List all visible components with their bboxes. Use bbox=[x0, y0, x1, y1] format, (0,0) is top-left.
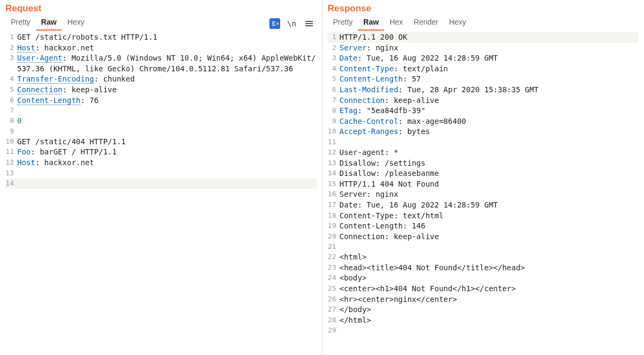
response-panel: Response PrettyRawHexRenderHexy 1HTTP/1.… bbox=[323, 0, 645, 355]
line-content: <hr><center>nginx</center> bbox=[340, 294, 639, 305]
response-tab-pretty[interactable]: Pretty bbox=[328, 16, 358, 31]
request-tab-raw[interactable]: Raw bbox=[36, 16, 62, 31]
line-number: 26 bbox=[328, 294, 340, 304]
line-number: 13 bbox=[5, 168, 17, 178]
response-line: 14Disallow: /pleasebanme bbox=[328, 168, 639, 179]
request-toolbar: \n bbox=[269, 18, 317, 29]
line-number: 8 bbox=[5, 116, 17, 125]
line-content: Cache-Control: max-age=86400 bbox=[340, 116, 639, 127]
request-line: 6Content-Length: 76 bbox=[5, 95, 317, 106]
response-line: 17Date: Tue, 16 Aug 2022 14:28:59 GMT bbox=[328, 200, 639, 211]
line-content: Transfer-Encoding: chunked bbox=[17, 74, 317, 85]
line-number: 17 bbox=[328, 200, 340, 210]
line-number: 10 bbox=[5, 137, 17, 146]
request-line: 2Host: hackxor.net bbox=[5, 43, 317, 54]
line-number: 11 bbox=[5, 147, 17, 157]
request-line: 10GET /static/404 HTTP/1.1 bbox=[5, 137, 317, 147]
response-line: 29 bbox=[328, 326, 639, 336]
response-tabs: PrettyRawHexRenderHexy bbox=[328, 16, 472, 31]
line-content: HTTP/1.1 200 OK bbox=[340, 32, 639, 43]
hamburger-icon[interactable] bbox=[304, 18, 314, 29]
response-title: Response bbox=[328, 2, 639, 15]
response-line: 7Connection: keep-alive bbox=[328, 95, 639, 106]
line-content: Content-Length: 146 bbox=[340, 221, 639, 232]
request-tab-hexy[interactable]: Hexy bbox=[62, 16, 90, 31]
response-line: 16Server: nginx bbox=[328, 189, 639, 200]
line-content: Date: Tue, 16 Aug 2022 14:28:59 GMT bbox=[340, 200, 639, 211]
line-number: 3 bbox=[5, 53, 17, 63]
response-line: 1HTTP/1.1 200 OK bbox=[328, 32, 639, 43]
response-line: 6Last-Modified: Tue, 28 Apr 2020 15:38:3… bbox=[328, 85, 639, 95]
request-line: 9 bbox=[5, 127, 317, 137]
response-line: 3Date: Tue, 16 Aug 2022 14:28:59 GMT bbox=[328, 53, 639, 64]
response-tab-hex[interactable]: Hex bbox=[384, 16, 408, 31]
response-viewer[interactable]: 1HTTP/1.1 200 OK2Server: nginx3Date: Tue… bbox=[328, 32, 639, 336]
line-content: <center><h1>404 Not Found</h1></center> bbox=[340, 284, 639, 294]
line-number: 10 bbox=[328, 127, 340, 136]
response-line: 26<hr><center>nginx</center> bbox=[328, 294, 639, 305]
response-line: 23<head><title>404 Not Found</title></he… bbox=[328, 263, 639, 273]
line-number: 19 bbox=[328, 221, 340, 231]
response-tabs-row: PrettyRawHexRenderHexy bbox=[328, 16, 639, 31]
line-content: </html> bbox=[340, 315, 639, 326]
line-content: HTTP/1.1 404 Not Found bbox=[340, 179, 639, 190]
response-line: 27</body> bbox=[328, 305, 639, 315]
request-line: 14 bbox=[5, 179, 317, 189]
request-tabs-row: PrettyRawHexy \n bbox=[5, 16, 317, 31]
line-number: 12 bbox=[5, 158, 17, 167]
newline-indicator[interactable]: \n bbox=[287, 18, 297, 29]
request-tab-pretty[interactable]: Pretty bbox=[5, 16, 36, 31]
request-editor[interactable]: 1GET /static/robots.txt HTTP/1.12Host: h… bbox=[5, 32, 317, 189]
response-line: 20Connection: keep-alive bbox=[328, 232, 639, 242]
response-line: 2Server: nginx bbox=[328, 43, 639, 54]
response-line: 24<body> bbox=[328, 273, 639, 284]
request-line: 5Connection: keep-alive bbox=[5, 85, 317, 95]
line-number: 20 bbox=[328, 232, 340, 241]
line-number: 16 bbox=[328, 189, 340, 199]
line-content: </body> bbox=[340, 305, 639, 315]
line-number: 6 bbox=[5, 95, 17, 105]
line-content: Connection: keep-alive bbox=[17, 85, 317, 95]
line-number: 27 bbox=[328, 305, 340, 314]
line-content: Last-Modified: Tue, 28 Apr 2020 15:38:35… bbox=[340, 85, 639, 95]
line-number: 15 bbox=[328, 179, 340, 189]
line-number: 4 bbox=[328, 64, 340, 73]
line-number: 4 bbox=[5, 74, 17, 84]
line-number: 7 bbox=[328, 95, 340, 105]
response-tab-raw[interactable]: Raw bbox=[358, 16, 384, 31]
line-number: 11 bbox=[328, 137, 340, 147]
line-number: 13 bbox=[328, 158, 340, 168]
line-number: 5 bbox=[328, 74, 340, 84]
line-number: 3 bbox=[328, 53, 340, 63]
response-line: 21 bbox=[328, 242, 639, 252]
line-number: 5 bbox=[5, 85, 17, 94]
response-line: 4Content-Type: text/plain bbox=[328, 64, 639, 75]
line-content: User-Agent: Mozilla/5.0 (Windows NT 10.0… bbox=[17, 53, 317, 74]
request-line: 1GET /static/robots.txt HTTP/1.1 bbox=[5, 32, 317, 43]
line-number: 14 bbox=[5, 179, 17, 188]
line-content: Host: hackxor.net bbox=[17, 158, 317, 168]
response-tab-hexy[interactable]: Hexy bbox=[444, 16, 472, 31]
response-line: 13Disallow: /settings bbox=[328, 158, 639, 169]
response-line: 15HTTP/1.1 404 Not Found bbox=[328, 179, 639, 190]
request-line: 13 bbox=[5, 168, 317, 179]
line-content: Content-Length: 57 bbox=[340, 74, 639, 85]
line-content: Host: hackxor.net bbox=[17, 43, 317, 54]
line-number: 12 bbox=[328, 147, 340, 157]
line-content: Content-Type: text/html bbox=[340, 211, 639, 221]
request-panel: Request PrettyRawHexy \n 1GET /static/ro… bbox=[0, 0, 323, 355]
request-line: 12Host: hackxor.net bbox=[5, 158, 317, 168]
response-line: 11 bbox=[328, 137, 639, 147]
line-number: 8 bbox=[328, 106, 340, 115]
request-line: 80 bbox=[5, 116, 317, 127]
response-line: 10Accept-Ranges: bytes bbox=[328, 127, 639, 137]
response-line: 18Content-Type: text/html bbox=[328, 211, 639, 221]
line-content: Content-Length: 76 bbox=[17, 95, 317, 106]
code-format-icon[interactable] bbox=[269, 18, 280, 29]
request-line: 3User-Agent: Mozilla/5.0 (Windows NT 10.… bbox=[5, 53, 317, 74]
line-content: Foo: barGET / HTTP/1.1 bbox=[17, 147, 317, 158]
line-content: <head><title>404 Not Found</title></head… bbox=[340, 263, 639, 273]
response-line: 28</html> bbox=[328, 315, 639, 326]
response-line: 5Content-Length: 57 bbox=[328, 74, 639, 85]
response-tab-render[interactable]: Render bbox=[408, 16, 444, 31]
